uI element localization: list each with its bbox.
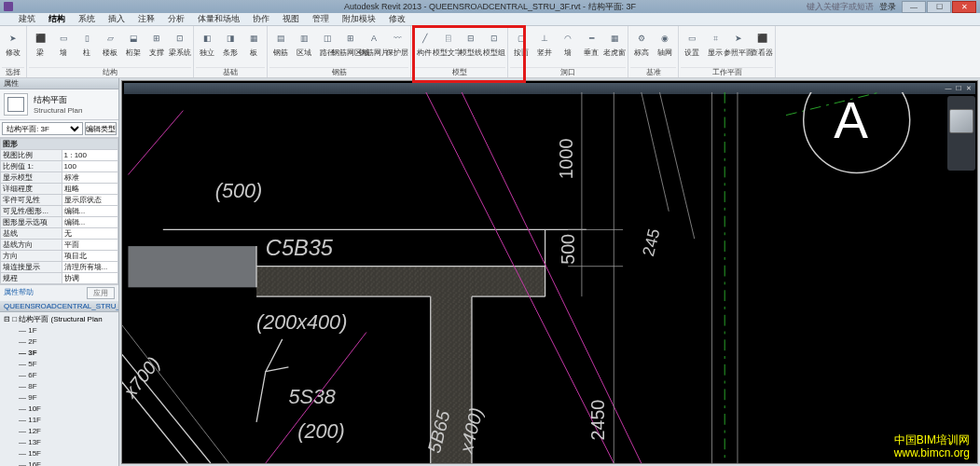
tree-item-9F[interactable]: — 9F — [13, 392, 117, 404]
dim-2450: 2450 — [587, 400, 608, 441]
ribbon-icon: ⊡ — [486, 28, 503, 48]
properties-help-link[interactable]: 属性帮助 — [4, 287, 34, 299]
ribbon-垂直[interactable]: ━垂直 — [580, 27, 602, 57]
drawing-svg: x700) (500) C5B35 (200x400) 5S38 (200) 5… — [122, 92, 977, 463]
prop-row[interactable]: 规程协调 — [1, 273, 118, 284]
prop-row[interactable]: 墙连接显示清理所有墙... — [1, 262, 118, 273]
tree-item-10F[interactable]: — 10F — [13, 404, 117, 415]
tree-item-6F[interactable]: — 6F — [13, 370, 117, 381]
ribbon-条形[interactable]: ◨条形 — [219, 27, 242, 57]
tab-视图[interactable]: 视图 — [283, 13, 299, 25]
instance-selector[interactable]: 结构平面: 3F — [2, 122, 83, 135]
ribbon-icon: ⌸ — [439, 28, 456, 48]
tab-系统[interactable]: 系统 — [78, 13, 95, 25]
ribbon-轴网[interactable]: ◉轴网 — [654, 27, 676, 57]
ribbon-保护层[interactable]: 〰保护层 — [386, 27, 408, 57]
tree-item-15F[interactable]: — 15F — [13, 448, 117, 459]
search-placeholder[interactable]: 键入关键字或短语 — [807, 1, 874, 13]
tree-item-11F[interactable]: — 11F — [13, 415, 117, 426]
ribbon-设置[interactable]: ▭设置 — [681, 27, 703, 57]
prop-row[interactable]: 基线方向平面 — [1, 240, 118, 251]
prop-row[interactable]: 可见性/图形...编辑... — [1, 206, 118, 217]
ribbon-钢筋网片[interactable]: A钢筋网片 — [363, 27, 385, 57]
prop-row[interactable]: 视图比例1 : 100 — [1, 150, 118, 161]
ribbon-楼板[interactable]: ▱楼板 — [99, 27, 121, 57]
view-canvas[interactable]: — ☐ ✕ x700) — [121, 80, 978, 464]
tab-协作[interactable]: 协作 — [253, 13, 269, 25]
ribbon-支撑[interactable]: ⊞支撑 — [145, 27, 168, 57]
ribbon-icon: ⊞ — [148, 28, 165, 48]
user-label[interactable]: 登录 — [879, 1, 896, 13]
tab-建筑[interactable]: 建筑 — [19, 13, 35, 25]
view-min-icon[interactable]: — — [944, 83, 953, 91]
apply-button[interactable]: 应用 — [87, 287, 115, 299]
ribbon-柱[interactable]: ▯柱 — [76, 27, 98, 57]
ribbon-模型组[interactable]: ⊡模型组 — [483, 27, 505, 57]
ribbon-竖井[interactable]: ⊥竖井 — [533, 27, 556, 57]
ribbon-icon: ▭ — [55, 28, 72, 48]
tab-插入[interactable]: 插入 — [108, 13, 125, 25]
dim-x700: x700) — [122, 352, 164, 402]
ribbon-group-title: 选择 — [2, 67, 24, 77]
ribbon-group-title: 基准 — [630, 67, 676, 77]
ribbon-区域[interactable]: ▥区域 — [293, 27, 315, 57]
prop-row[interactable]: 方向项目北 — [1, 251, 118, 262]
ribbon-icon: ➤ — [5, 28, 21, 48]
ribbon-参照平面[interactable]: ➤参照平面 — [727, 27, 750, 57]
tree-item-3F[interactable]: — 3F — [13, 348, 117, 359]
prop-row[interactable]: 详细程度粗略 — [1, 184, 118, 195]
tree-item-1F[interactable]: — 1F — [13, 325, 117, 336]
ribbon-老虎窗[interactable]: ▦老虎窗 — [603, 27, 626, 57]
prop-row[interactable]: 基线无 — [1, 228, 118, 240]
project-browser-tree[interactable]: ⊟ □ 结构平面 (Structural Plan— 1F— 2F— 3F— 5… — [0, 312, 118, 466]
tab-修改[interactable]: 修改 — [389, 13, 406, 25]
ribbon-梁系统[interactable]: ⊡梁系统 — [169, 27, 191, 57]
tree-item-16F[interactable]: — 16F — [13, 459, 117, 466]
edit-type-button[interactable]: 编辑类型 — [85, 122, 117, 135]
tree-item-5F[interactable]: — 5F — [13, 359, 117, 370]
ribbon-桁架[interactable]: ⬓桁架 — [122, 27, 145, 57]
ribbon-标高[interactable]: ⚙标高 — [630, 27, 653, 57]
tree-item-8F[interactable]: — 8F — [13, 381, 117, 392]
tab-结构[interactable]: 结构 — [48, 13, 65, 25]
tree-item-12F[interactable]: — 12F — [13, 426, 117, 437]
prop-row[interactable]: 图形显示选项编辑... — [1, 217, 118, 228]
view-close-icon[interactable]: ✕ — [964, 83, 973, 91]
type-name: 结构平面 — [34, 94, 82, 106]
ribbon-墙[interactable]: ▭墙 — [52, 27, 75, 57]
prop-row[interactable]: 零件可见性显示原状态 — [1, 195, 118, 206]
tree-item-13F[interactable]: — 13F — [13, 437, 117, 448]
tree-item-2F[interactable]: — 2F — [13, 336, 117, 348]
ribbon-group-title: 洞口 — [510, 67, 626, 77]
properties-table: 图形视图比例1 : 100比例值 1:100显示模型标准详细程度粗略零件可见性显… — [0, 138, 118, 284]
ribbon-按面[interactable]: ▢按面 — [510, 27, 532, 57]
prop-row[interactable]: 显示模型标准 — [1, 172, 118, 184]
tab-管理[interactable]: 管理 — [312, 13, 329, 25]
ribbon-钢筋[interactable]: ▤钢筋 — [269, 27, 292, 57]
ribbon-icon: ⬓ — [125, 28, 142, 48]
tab-分析[interactable]: 分析 — [168, 13, 185, 25]
tab-体量和场地[interactable]: 体量和场地 — [198, 13, 240, 25]
ribbon-icon: ⬛ — [32, 28, 48, 48]
ribbon-icon: ⊟ — [462, 28, 479, 48]
tab-附加模块[interactable]: 附加模块 — [342, 13, 376, 25]
ribbon-修改[interactable]: ➤修改 — [2, 27, 24, 57]
browser-header: QUEENSROADCENTRAL_STRU_3... — [0, 301, 118, 312]
ribbon-墙[interactable]: ◠墙 — [557, 27, 579, 57]
size-200: (200) — [297, 419, 344, 443]
ribbon-梁[interactable]: ⬛梁 — [29, 27, 51, 57]
type-thumb — [4, 93, 28, 116]
ribbon-板[interactable]: ▦板 — [242, 27, 265, 57]
ribbon-模型线[interactable]: ⊟模型线 — [460, 27, 482, 57]
view-max-icon[interactable]: ☐ — [954, 83, 963, 91]
tab-注释[interactable]: 注释 — [138, 13, 155, 25]
window-close[interactable]: ✕ — [952, 1, 976, 13]
size-200x400: (200x400) — [256, 310, 347, 334]
ribbon-group-title: 钢筋 — [269, 67, 408, 77]
ribbon-独立[interactable]: ◧独立 — [196, 27, 218, 57]
window-max[interactable]: ☐ — [927, 1, 951, 13]
ribbon-模型文字[interactable]: ⌸模型文字 — [436, 27, 459, 57]
prop-row[interactable]: 比例值 1:100 — [1, 161, 118, 172]
window-min[interactable]: — — [902, 1, 926, 13]
ribbon-查看器[interactable]: ⬛查看器 — [751, 27, 773, 57]
